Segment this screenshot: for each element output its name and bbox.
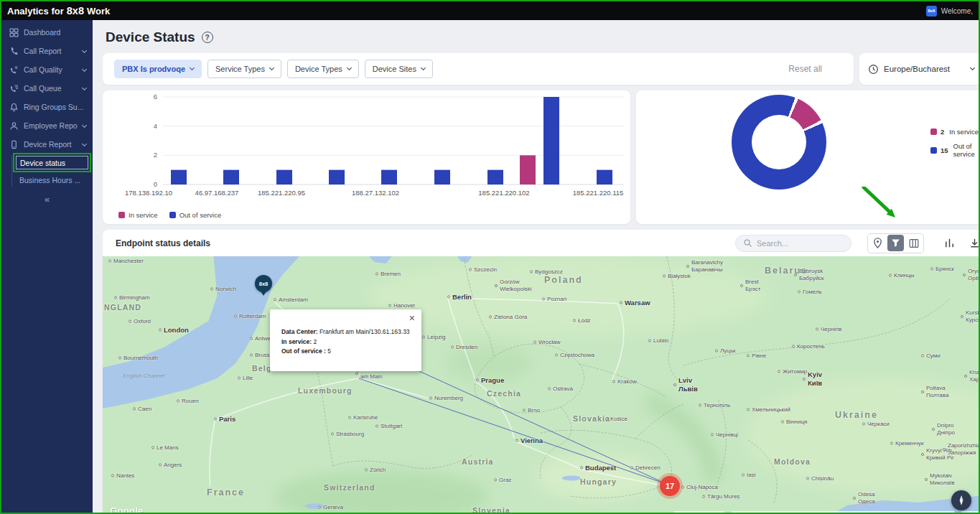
- donut-chart[interactable]: [732, 95, 826, 190]
- map-city-label: Târgu Mureș: [702, 493, 739, 500]
- bar[interactable]: [520, 155, 536, 184]
- brand-logo: 8x8: [67, 5, 84, 17]
- legend-item: In service: [118, 211, 158, 219]
- sidebar-subitem-business-hours[interactable]: Business Hours ...: [16, 173, 88, 187]
- timezone-select[interactable]: Europe/Bucharest: [859, 53, 979, 85]
- filter-icon[interactable]: [887, 235, 904, 251]
- city-dot: [515, 439, 518, 441]
- map-attribution: Keyboard shortcuts Map data ©2025 GeoBas…: [674, 511, 979, 513]
- reset-all-button[interactable]: Reset all: [788, 64, 842, 74]
- bar[interactable]: [487, 170, 503, 184]
- device-report-icon: [9, 140, 19, 149]
- map[interactable]: NGLANDBelgiumLuxembourgFranceSwitzerland…: [103, 256, 979, 513]
- search-input[interactable]: [735, 235, 851, 252]
- filter-chip-device-sites[interactable]: Device Sites: [365, 60, 433, 78]
- filter-chip-pbx-is-prodvoqe[interactable]: PBX Is prodvoqe: [114, 60, 202, 78]
- map-city-label: Rotterdam: [234, 313, 266, 319]
- svg-text:6: 6: [154, 93, 157, 101]
- sidebar-item-dashboard[interactable]: Dashboard: [1, 23, 93, 42]
- bar[interactable]: [381, 170, 397, 184]
- city-dot: [711, 433, 714, 436]
- map-city-label: Prague: [476, 376, 504, 384]
- map-city-label: Wrocław: [533, 339, 561, 345]
- bar[interactable]: [223, 170, 239, 184]
- search-field[interactable]: [757, 239, 837, 248]
- city-dot: [210, 287, 213, 290]
- help-icon[interactable]: ?: [202, 32, 213, 43]
- map-city-label: Клинцы: [889, 272, 915, 279]
- map-country-label: Moldova: [774, 457, 811, 466]
- map-city-label: Leipzig: [422, 334, 445, 340]
- bar[interactable]: [434, 170, 450, 184]
- map-city-label: GorzówWielkopolski: [495, 279, 531, 293]
- keyboard-shortcuts-link[interactable]: Keyboard shortcuts: [674, 511, 725, 513]
- bar[interactable]: [276, 170, 292, 184]
- city-dot: [921, 391, 924, 393]
- map-city-label: Stuttgart: [375, 423, 402, 429]
- map-city-label: Szczecin: [469, 266, 497, 273]
- map-city-label: Вінниця: [781, 419, 807, 425]
- map-city-label: Lublin: [648, 337, 668, 344]
- map-city-label: Чернігів: [816, 326, 841, 332]
- city-dot: [925, 478, 928, 481]
- city-dot: [889, 274, 892, 276]
- app-title-suffix: Work: [87, 6, 110, 17]
- filter-row: PBX Is prodvoqeService TypesDevice Types…: [103, 53, 979, 85]
- sidebar-item-call-queue[interactable]: Call Queue: [1, 79, 93, 98]
- map-pin-icon[interactable]: [869, 235, 886, 251]
- city-dot: [375, 272, 378, 275]
- sidebar-item-call-quality[interactable]: Call Quality: [1, 60, 93, 79]
- city-dot: [422, 335, 425, 338]
- topbar-user-area: 8x8 Welcome,: [926, 6, 973, 17]
- city-dot: [388, 304, 391, 307]
- map-city-label: Dresden: [451, 344, 477, 350]
- svg-text:185.221.220.115: 185.221.220.115: [573, 189, 624, 197]
- datacenter-marker[interactable]: 8x8: [255, 275, 272, 292]
- city-dot: [853, 497, 856, 500]
- bar[interactable]: [171, 170, 187, 184]
- brand-badge-icon[interactable]: 8x8: [926, 6, 937, 17]
- bar[interactable]: [329, 170, 345, 184]
- app-window: Analytics for 8x8 Work 8x8 Welcome, Dash…: [0, 0, 980, 514]
- sidebar-item-call-report[interactable]: Call Report: [1, 42, 93, 60]
- popup-inservice-line: In service: 2: [281, 337, 410, 347]
- city-dot: [630, 466, 633, 469]
- city-dot: [715, 349, 718, 352]
- sidebar-item-device-report[interactable]: Device Report: [1, 135, 93, 154]
- map-city-label: Paris: [214, 415, 235, 423]
- map-country-label: Hungary: [580, 477, 617, 486]
- main-content: Device Status ? PBX Is prodvoqeService T…: [93, 20, 979, 513]
- map-city-label: ZaporizhzhiaЗапоріжжя: [943, 442, 979, 457]
- donut-hole: [752, 115, 806, 169]
- table-columns-icon[interactable]: [905, 235, 922, 251]
- cluster-marker[interactable]: 17: [660, 476, 680, 496]
- bar[interactable]: [597, 170, 612, 184]
- map-city-label: KyivКиїв: [803, 370, 822, 388]
- timezone-value: Europe/Bucharest: [884, 65, 950, 73]
- map-city-label: Poznań: [542, 296, 566, 302]
- map-city-label: Angers: [159, 462, 182, 468]
- sidebar-item-ring-groups-su[interactable]: Ring Groups Su...: [1, 98, 93, 116]
- map-city-label: Vienna: [515, 436, 543, 444]
- close-icon[interactable]: ×: [409, 313, 415, 323]
- terms-link[interactable]: Terms: [961, 511, 979, 513]
- download-icon[interactable]: [966, 235, 979, 251]
- welcome-text: Welcome,: [941, 7, 973, 15]
- bar-chart-icon[interactable]: [941, 235, 958, 251]
- city-dot: [605, 417, 608, 420]
- sidebar-item-employee-report[interactable]: Employee Report: [1, 116, 93, 135]
- clock-icon: [868, 64, 879, 75]
- sidebar-subitem-device-status[interactable]: Device status: [16, 156, 88, 169]
- filter-chip-service-types[interactable]: Service Types: [207, 60, 281, 78]
- sidebar-collapse-button[interactable]: «: [1, 194, 93, 205]
- city-dot: [318, 505, 321, 508]
- city-dot: [375, 424, 378, 427]
- map-terrain: [103, 256, 979, 513]
- compass-control[interactable]: [951, 490, 971, 510]
- filter-chip-device-types[interactable]: Device Types: [287, 60, 359, 78]
- chevron-down-icon: [421, 65, 426, 70]
- map-city-label: Хмельницький: [747, 406, 790, 413]
- map-city-label: Zielona Góra: [489, 314, 527, 320]
- bar[interactable]: [543, 97, 559, 184]
- map-city-label: Гомель: [798, 289, 822, 295]
